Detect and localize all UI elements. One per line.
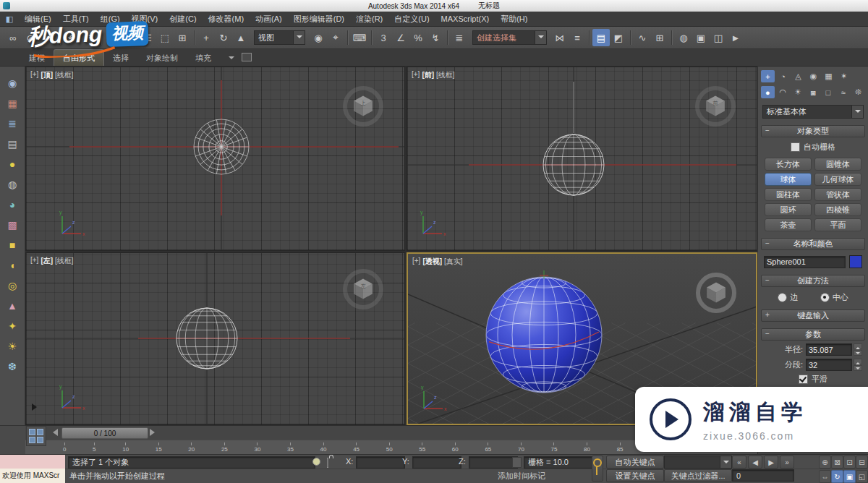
ribbon-tab-4[interactable]: 填充: [187, 50, 220, 66]
menu-item-7[interactable]: 图形编辑器(D): [288, 12, 350, 26]
tab-display-icon[interactable]: ▦: [822, 70, 835, 82]
left-tool-14-icon[interactable]: ☀: [4, 338, 21, 354]
viewport-left[interactable]: [+][左][线框]左yxz: [25, 252, 405, 425]
viewcube-cube-icon[interactable]: 左: [353, 278, 373, 299]
viewcube-icon[interactable]: 上: [343, 86, 383, 127]
left-tool-6-icon[interactable]: ◍: [4, 176, 21, 192]
creation-method-option-0[interactable]: 边: [778, 292, 798, 303]
left-tool-15-icon[interactable]: ❆: [4, 359, 21, 374]
viewport-layout-tabs-icon[interactable]: [26, 426, 46, 446]
mirror-icon[interactable]: ⋈: [551, 29, 569, 46]
viewport-label-mode[interactable]: [线框]: [55, 70, 74, 80]
menu-item-11[interactable]: 帮助(H): [495, 12, 533, 26]
category-geometry-icon[interactable]: ●: [761, 86, 775, 98]
primitive-button-4[interactable]: 圆柱体: [765, 188, 812, 201]
next-frame-arrow[interactable]: [150, 429, 155, 436]
ribbon-tab-3[interactable]: 对象绘制: [137, 50, 187, 66]
zoom-icon[interactable]: ⊕: [819, 456, 831, 469]
viewport-top[interactable]: [+][顶][线框]上yxz: [25, 67, 405, 251]
object-color-swatch[interactable]: [849, 255, 862, 268]
viewport-label-name[interactable]: [透视]: [422, 257, 442, 267]
percent-snap-icon[interactable]: %: [409, 29, 427, 46]
x-coordinate-field[interactable]: [356, 456, 405, 469]
left-tool-11-icon[interactable]: ◎: [4, 278, 21, 293]
category-systems-icon[interactable]: ❊: [851, 86, 865, 98]
window-crossing-icon[interactable]: ⊞: [174, 29, 191, 46]
rollout-keyboard-entry[interactable]: + 键盘输入: [761, 309, 865, 322]
curve-editor-icon[interactable]: ∿: [634, 29, 651, 46]
field-of-view-icon[interactable]: ⊟: [856, 456, 868, 469]
maxscript-mini-listener-pink[interactable]: [0, 455, 65, 469]
primitive-button-6[interactable]: 圆环: [765, 203, 812, 216]
time-slider-handle[interactable]: 0 / 100: [61, 427, 148, 439]
left-tool-4-icon[interactable]: ▤: [4, 136, 21, 151]
select-and-link-icon[interactable]: ∞: [4, 29, 22, 46]
keyboard-shortcut-override-icon[interactable]: ⌨: [351, 29, 368, 46]
set-key-toggle-button[interactable]: [592, 456, 603, 482]
select-and-manipulate-icon[interactable]: ⌖: [327, 29, 344, 46]
viewport-label-name[interactable]: [前]: [422, 70, 434, 80]
primitive-button-0[interactable]: 长方体: [765, 158, 812, 171]
object-name-field[interactable]: Sphere001: [764, 256, 846, 268]
spinner-snap-icon[interactable]: ↯: [427, 29, 444, 46]
viewcube-icon[interactable]: [696, 273, 736, 313]
viewport-label-mode[interactable]: [线框]: [436, 70, 455, 80]
graphite-modeling-tools-icon[interactable]: ◩: [610, 29, 627, 46]
left-tool-5-icon[interactable]: ●: [4, 156, 21, 171]
primitive-button-5[interactable]: 管状体: [814, 188, 861, 201]
render-production-icon[interactable]: ►: [727, 29, 744, 46]
category-shapes-icon[interactable]: ◠: [776, 86, 790, 98]
left-tool-2-icon[interactable]: ▦: [4, 95, 21, 111]
snaps-toggle-icon[interactable]: 3: [375, 29, 392, 46]
play-animation-button[interactable]: ▶: [764, 456, 778, 469]
menu-item-6[interactable]: 动画(A): [250, 12, 288, 26]
rollout-creation-method[interactable]: − 创建方法: [761, 275, 865, 287]
previous-frame-arrow[interactable]: [53, 429, 58, 436]
add-time-tag[interactable]: 添加时间标记: [498, 471, 545, 482]
viewport-front[interactable]: [+][前][线框]前yxz: [407, 67, 757, 251]
viewport-label-plus[interactable]: [+]: [30, 70, 38, 80]
left-tool-3-icon[interactable]: ≣: [4, 116, 21, 131]
auto-key-button[interactable]: 自动关键点: [606, 456, 664, 469]
viewport-label-plus[interactable]: [+]: [30, 256, 38, 266]
isolate-selection-icon[interactable]: [312, 458, 320, 466]
primitive-button-3[interactable]: 几何球体: [814, 173, 861, 186]
workspace-icon[interactable]: ◧: [3, 14, 16, 25]
viewcube-icon[interactable]: 前: [695, 86, 736, 127]
category-space-warps-icon[interactable]: ≈: [836, 86, 850, 98]
menu-item-8[interactable]: 渲染(R): [350, 12, 388, 26]
category-lights-icon[interactable]: ☀: [791, 86, 805, 98]
viewport-layout-icon[interactable]: ◱: [856, 470, 868, 483]
ribbon-minimize-icon[interactable]: [226, 53, 237, 63]
rendered-frame-window-icon[interactable]: ◫: [710, 29, 727, 46]
category-cameras-icon[interactable]: ◙: [807, 86, 820, 98]
material-editor-icon[interactable]: ◍: [675, 29, 692, 46]
select-and-rotate-icon[interactable]: ↻: [215, 29, 232, 46]
spinner-arrows[interactable]: [854, 343, 862, 356]
spinner-arrows[interactable]: [854, 359, 862, 371]
tab-hierarchy-icon[interactable]: ◬: [791, 70, 805, 82]
maxscript-mini-listener[interactable]: 欢迎使用 MAXScr: [0, 469, 65, 483]
current-frame-field[interactable]: 0: [732, 469, 794, 482]
rollout-object-type[interactable]: − 对象类型: [761, 125, 865, 137]
left-tool-10-icon[interactable]: ◖: [4, 257, 21, 273]
tab-motion-icon[interactable]: ◉: [807, 70, 820, 82]
go-to-end-button[interactable]: »: [780, 456, 794, 469]
primitive-button-9[interactable]: 平面: [814, 218, 861, 231]
tab-modify-icon[interactable]: ◔: [776, 70, 790, 82]
menu-item-10[interactable]: MAXScript(X): [435, 12, 495, 26]
viewport-label-plus[interactable]: [+]: [412, 70, 420, 80]
y-coordinate-field[interactable]: [412, 456, 461, 469]
select-and-move-icon[interactable]: +: [197, 29, 215, 46]
param-checkbox-2[interactable]: 平滑: [764, 374, 862, 385]
set-key-button[interactable]: 设置关键点: [606, 469, 664, 482]
menu-item-5[interactable]: 修改器(M): [203, 12, 250, 26]
viewport-label-name[interactable]: [左]: [41, 256, 53, 266]
named-selection-set-combo[interactable]: 创建选择集: [472, 30, 547, 45]
viewcube-cube-icon[interactable]: [706, 282, 726, 303]
previous-frame-button[interactable]: ◀: [748, 456, 762, 469]
ribbon-config-icon[interactable]: [242, 53, 252, 61]
autogrid-checkbox[interactable]: 自动栅格: [758, 142, 868, 153]
viewport-label-mode[interactable]: [线框]: [55, 256, 74, 266]
orbit-icon[interactable]: ↻: [831, 470, 843, 483]
